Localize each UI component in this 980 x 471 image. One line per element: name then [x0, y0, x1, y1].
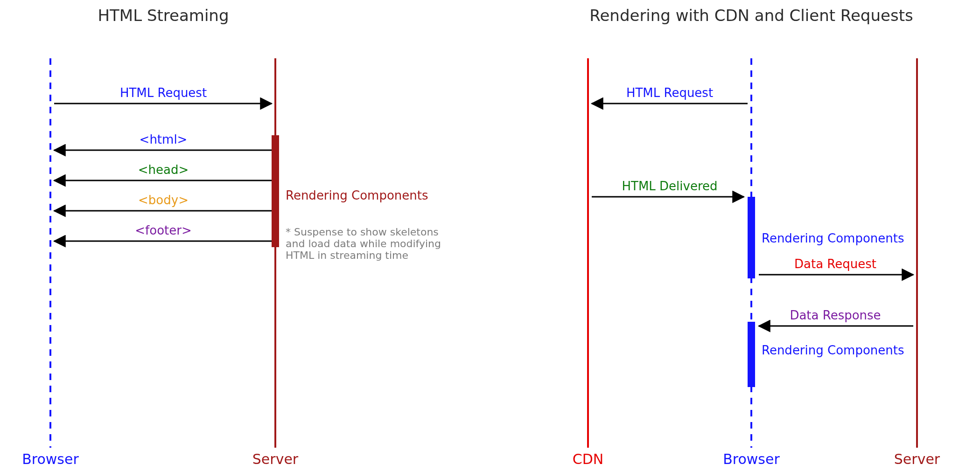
- left-msg-body: <body>: [54, 193, 272, 211]
- left-msg-footer-label: <footer>: [135, 223, 191, 237]
- left-server-label: Server: [252, 451, 299, 467]
- right-render1-label: Rendering Components: [762, 231, 904, 245]
- left-activation-bar: [272, 135, 279, 247]
- right-msg-delivered-label: HTML Delivered: [622, 179, 717, 193]
- right-render2-label: Rendering Components: [762, 343, 904, 357]
- left-msg-request: HTML Request: [54, 86, 272, 104]
- right-msg-data-resp: Data Response: [759, 308, 913, 326]
- right-msg-data-req-label: Data Request: [794, 257, 876, 271]
- left-msg-html-label: <html>: [140, 132, 188, 146]
- left-msg-head: <head>: [54, 163, 272, 180]
- right-title: Rendering with CDN and Client Requests: [589, 6, 913, 25]
- right-activation-bar-2: [748, 322, 755, 387]
- right-browser-label: Browser: [723, 451, 780, 467]
- left-msg-footer: <footer>: [54, 223, 272, 241]
- left-browser-label: Browser: [22, 451, 79, 467]
- left-msg-body-label: <body>: [138, 193, 189, 207]
- right-msg-request-label: HTML Request: [626, 86, 713, 100]
- left-msg-head-label: <head>: [138, 163, 189, 177]
- right-cdn-label: CDN: [573, 451, 604, 467]
- right-msg-request: HTML Request: [592, 86, 748, 104]
- left-activation-label: Rendering Components: [286, 188, 428, 202]
- left-msg-request-label: HTML Request: [120, 86, 207, 100]
- right-msg-data-req: Data Request: [759, 257, 913, 275]
- right-diagram: Rendering with CDN and Client Requests C…: [573, 6, 940, 467]
- left-footnote-l2: and load data while modifying: [286, 238, 441, 249]
- right-msg-delivered: HTML Delivered: [592, 179, 744, 197]
- left-title: HTML Streaming: [98, 6, 229, 25]
- left-footnote-l3: HTML in streaming time: [286, 249, 408, 261]
- right-msg-data-resp-label: Data Response: [790, 308, 881, 322]
- left-diagram: HTML Streaming Browser Server HTML Reque…: [22, 6, 441, 467]
- sequence-diagram: HTML Streaming Browser Server HTML Reque…: [0, 0, 980, 471]
- right-server-label: Server: [894, 451, 940, 467]
- left-msg-html: <html>: [54, 132, 272, 150]
- left-footnote-l1: * Suspense to show skeletons: [286, 226, 439, 238]
- right-activation-bar-1: [748, 197, 755, 278]
